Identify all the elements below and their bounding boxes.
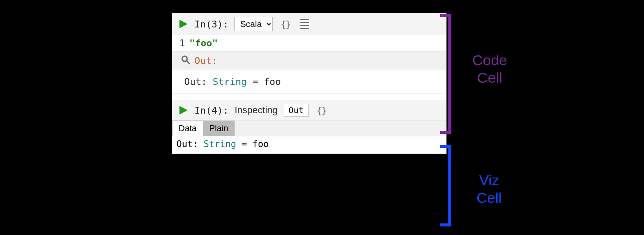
in-label: In(3):	[194, 19, 228, 30]
repr-tabs: Data Plain	[172, 121, 446, 136]
arrow-icon	[140, 206, 174, 223]
out-bar: Out:	[172, 51, 446, 70]
tab-data[interactable]: Data	[172, 121, 203, 136]
inspect-target[interactable]: Out	[284, 104, 309, 117]
notebook-canvas: In(3): Scala {} 1 "foo" Out: Out: String…	[172, 13, 447, 154]
code-cell-output: Out: String = foo	[172, 70, 446, 93]
viz-cell-annotation: Viz Cell	[477, 172, 502, 207]
code-cell-header: In(3): Scala {}	[172, 13, 446, 35]
svg-line-2	[187, 61, 190, 64]
run-icon[interactable]	[178, 19, 188, 29]
arrow-icon	[140, 111, 174, 128]
code-editor[interactable]: 1 "foo"	[172, 35, 446, 51]
inspecting-label: Inspecting	[234, 105, 277, 116]
repr-tabs-annotation: Repr Tabs	[322, 188, 447, 205]
menu-icon[interactable]	[298, 17, 311, 31]
cell-spacer	[172, 93, 446, 100]
svg-marker-0	[179, 20, 188, 28]
viz-cell-bracket	[448, 145, 451, 226]
out-label: Out:	[194, 55, 217, 66]
line-number: 1	[172, 38, 189, 48]
code-text: "foo"	[189, 38, 218, 48]
svg-point-1	[182, 56, 187, 61]
code-cell-annotation: Code Cell	[472, 51, 507, 87]
tab-plain[interactable]: Plain	[203, 121, 234, 136]
viz-cell-output: Out: String = foo	[172, 136, 446, 154]
run-icon[interactable]	[178, 105, 188, 115]
braces-icon[interactable]: {}	[279, 19, 292, 30]
language-select[interactable]: Scala	[234, 17, 273, 31]
code-cell-bracket	[448, 14, 451, 134]
search-icon[interactable]	[181, 55, 190, 66]
arrow-icon	[140, 81, 174, 103]
braces-icon[interactable]: {}	[315, 105, 328, 116]
viz-cell-header: In(4): Inspecting Out {}	[172, 100, 446, 121]
in-label: In(4):	[194, 105, 228, 116]
svg-marker-3	[179, 106, 188, 114]
arrow-left-icon	[322, 196, 378, 197]
